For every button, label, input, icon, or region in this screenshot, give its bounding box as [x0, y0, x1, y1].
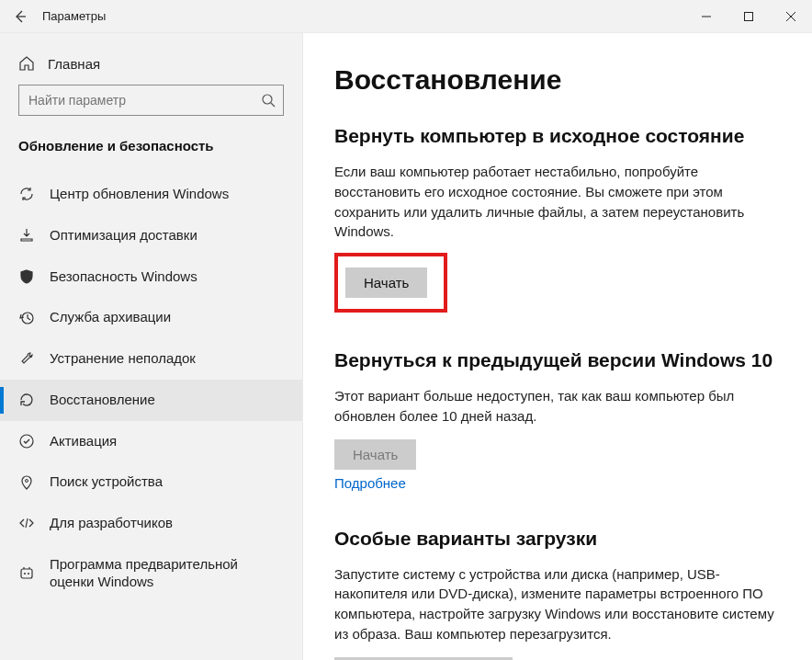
sidebar-item-label: Устранение неполадок [50, 350, 284, 368]
sidebar-item-label: Восстановление [50, 392, 284, 409]
check-circle-icon [18, 433, 35, 449]
insider-icon [18, 565, 35, 582]
learn-more-link[interactable]: Подробнее [334, 475, 406, 491]
sidebar-item-label: Безопасность Windows [50, 268, 284, 286]
rollback-start-button: Начать [334, 439, 416, 470]
code-icon [18, 515, 35, 531]
location-icon [18, 474, 35, 491]
sidebar-item-label: Служба архивации [50, 309, 284, 326]
svg-point-8 [20, 435, 33, 448]
sidebar-item-troubleshoot[interactable]: Устранение неполадок [0, 338, 302, 380]
restart-now-button[interactable]: Перезагрузить сейчас [334, 657, 513, 661]
section-heading: Вернуть компьютер в исходное состояние [334, 125, 786, 147]
svg-point-11 [24, 573, 26, 575]
sidebar-item-find-device[interactable]: Поиск устройства [0, 461, 302, 503]
sidebar-item-label: Оптимизация доставки [50, 227, 284, 245]
window-controls [685, 0, 812, 33]
sidebar-item-label: Центр обновления Windows [50, 186, 284, 203]
content-area: Восстановление Вернуть компьютер в исход… [303, 33, 812, 660]
sync-icon [18, 186, 35, 202]
section-rollback: Вернуться к предыдущей версии Windows 10… [334, 349, 786, 491]
download-icon [18, 227, 35, 244]
sidebar-item-windows-security[interactable]: Безопасность Windows [0, 256, 302, 298]
svg-line-6 [271, 103, 275, 107]
svg-rect-10 [21, 569, 32, 578]
sidebar-item-developers[interactable]: Для разработчиков [0, 503, 302, 544]
sidebar-item-label: Программа предварительной оценки Windows [50, 556, 284, 591]
highlight-annotation: Начать [334, 253, 447, 313]
home-icon [18, 55, 35, 72]
svg-point-9 [26, 479, 28, 482]
search-input[interactable] [28, 93, 261, 108]
reset-start-button[interactable]: Начать [345, 267, 427, 298]
minimize-icon [702, 12, 711, 21]
svg-point-5 [263, 95, 272, 104]
section-body: Запустите систему с устройства или диска… [334, 564, 775, 644]
arrow-left-icon [13, 9, 28, 24]
page-title: Восстановление [334, 64, 786, 96]
sidebar-item-recovery[interactable]: Восстановление [0, 380, 302, 421]
home-button[interactable]: Главная [0, 50, 302, 85]
titlebar: Параметры [0, 0, 812, 33]
sidebar-item-activation[interactable]: Активация [0, 421, 302, 462]
maximize-button[interactable] [727, 0, 770, 33]
svg-rect-2 [745, 12, 753, 20]
sidebar-item-label: Активация [50, 433, 284, 450]
history-icon [18, 310, 35, 326]
home-label: Главная [48, 56, 100, 72]
window-title: Параметры [40, 9, 685, 23]
svg-point-12 [28, 573, 29, 575]
sidebar: Главная Обновление и безопасность Центр … [0, 33, 303, 660]
section-heading: Особые варианты загрузки [334, 528, 786, 550]
section-advanced-startup: Особые варианты загрузки Запустите систе… [334, 528, 786, 661]
sidebar-item-windows-update[interactable]: Центр обновления Windows [0, 174, 302, 215]
section-heading: Вернуться к предыдущей версии Windows 10 [334, 349, 786, 371]
sidebar-item-delivery-optimization[interactable]: Оптимизация доставки [0, 215, 302, 256]
wrench-icon [18, 350, 35, 367]
sidebar-item-insider[interactable]: Программа предварительной оценки Windows [0, 544, 302, 603]
close-icon [786, 12, 795, 21]
back-button[interactable] [0, 0, 40, 33]
sidebar-category: Обновление и безопасность [0, 132, 302, 174]
sidebar-item-backup[interactable]: Служба архивации [0, 297, 302, 338]
search-icon [261, 93, 276, 108]
section-body: Этот вариант больше недоступен, так как … [334, 386, 775, 427]
maximize-icon [744, 12, 753, 21]
minimize-button[interactable] [685, 0, 727, 33]
sidebar-item-label: Поиск устройства [50, 473, 284, 491]
recovery-icon [18, 392, 35, 408]
close-button[interactable] [770, 0, 812, 33]
section-body: Если ваш компьютер работает нестабильно,… [334, 162, 775, 242]
sidebar-item-label: Для разработчиков [50, 515, 284, 532]
search-input-wrapper[interactable] [18, 85, 284, 116]
sidebar-nav: Центр обновления Windows Оптимизация дос… [0, 174, 302, 602]
section-reset: Вернуть компьютер в исходное состояние Е… [334, 125, 786, 313]
shield-icon [18, 268, 35, 285]
